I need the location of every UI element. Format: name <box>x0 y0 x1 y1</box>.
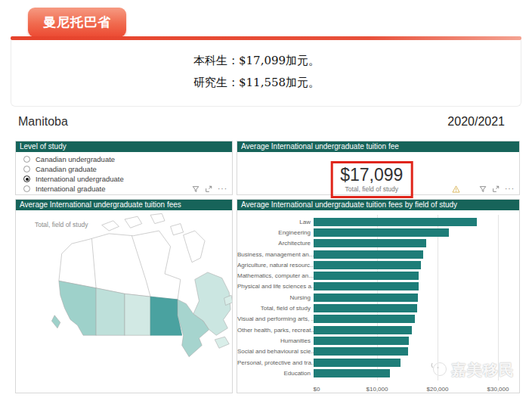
bar-row: Architecture <box>237 238 519 249</box>
bar-chart-panel: Average International undergraduate tuit… <box>237 199 520 393</box>
bar-category-label: Architecture <box>237 240 314 247</box>
bar-track <box>314 218 519 226</box>
bar-row: Nursing <box>237 292 519 303</box>
radio-unselected-icon[interactable] <box>23 166 30 172</box>
bar-row: Personal, protective and tra... <box>237 357 519 368</box>
bar-row: Physical and life sciences a... <box>237 281 519 292</box>
bar-track <box>314 228 519 237</box>
summary-card: 本科生：$17,099加元。 研究生：$11,558加元。 <box>11 40 521 107</box>
bar[interactable] <box>314 326 412 334</box>
radio-option[interactable]: International undergraduate <box>23 174 232 184</box>
bar-row: Agriculture, natural resourc... <box>237 259 519 270</box>
map-region-alberta[interactable] <box>96 288 125 335</box>
radio-option-label: International undergraduate <box>36 175 124 183</box>
bar-row: Mathematics, computer an... <box>237 270 519 281</box>
bar-category-label: Engineering <box>237 229 314 236</box>
filter-icon[interactable] <box>479 185 487 193</box>
x-axis-tick-label: $10,000 <box>360 386 394 393</box>
map-panel: Average International undergraduate tuit… <box>15 199 233 393</box>
bar-track <box>314 282 519 290</box>
bar[interactable] <box>314 315 415 323</box>
map-region-bc[interactable] <box>59 281 96 335</box>
bar-row: Business, management an... <box>237 249 519 259</box>
kpi-value: $17,099 <box>340 165 403 185</box>
bar-track <box>314 239 519 247</box>
bar-rows: LawEngineeringArchitectureBusiness, mana… <box>237 216 519 378</box>
more-options-icon[interactable]: ··· <box>218 187 227 191</box>
map-region-manitoba[interactable] <box>150 297 182 335</box>
bar-chart-plot: LawEngineeringArchitectureBusiness, mana… <box>237 212 519 393</box>
bar[interactable] <box>314 294 418 302</box>
x-axis-tick-label: $20,000 <box>421 386 454 393</box>
bar-track <box>314 261 519 269</box>
more-options-icon[interactable]: ··· <box>505 187 515 191</box>
bar[interactable] <box>314 282 419 290</box>
bar-track <box>314 272 519 280</box>
radio-option-label: International graduate <box>36 185 105 193</box>
bar[interactable] <box>314 250 423 259</box>
map-region-saskatchewan[interactable] <box>125 294 150 335</box>
focus-mode-icon[interactable] <box>492 185 500 193</box>
bar-track <box>314 315 519 323</box>
bar-category-label: Business, management an... <box>237 251 314 258</box>
bar-row: Total, field of study <box>237 303 519 313</box>
bar-category-label: Nursing <box>237 294 314 301</box>
level-of-study-header: Level of study <box>16 141 232 152</box>
bar[interactable] <box>314 239 426 247</box>
level-of-study-panel: Level of study Canadian undergraduateCan… <box>15 141 233 195</box>
bar-category-label: Humanities <box>237 337 314 344</box>
bar[interactable] <box>314 228 449 237</box>
bar-category-label: Mathematics, computer an... <box>237 272 314 279</box>
warning-icon[interactable] <box>452 185 460 193</box>
radio-unselected-icon[interactable] <box>23 156 30 163</box>
bar[interactable] <box>314 261 421 269</box>
kpi-highlight-box: $17,099 Total, field of study <box>330 161 413 198</box>
dashboard-title: Manitoba <box>18 115 68 129</box>
visual-toolbar: ··· <box>452 185 515 193</box>
bar[interactable] <box>314 304 417 312</box>
radio-option-label: Canadian graduate <box>36 165 97 173</box>
dashboard-period: 2020/2021 <box>447 115 505 129</box>
bar-track <box>314 250 519 259</box>
bar-chart-header: Average International undergraduate tuit… <box>237 200 519 210</box>
bar-category-label: Physical and life sciences a... <box>237 283 314 290</box>
bar[interactable] <box>314 272 419 280</box>
bar-track <box>314 294 519 302</box>
bar-category-label: Personal, protective and tra... <box>237 359 314 366</box>
bar[interactable] <box>314 337 409 345</box>
filter-icon[interactable] <box>192 185 200 193</box>
bar[interactable] <box>314 359 401 367</box>
bar-row: Visual and performing arts, ... <box>237 314 519 325</box>
bar-row: Humanities <box>237 335 519 346</box>
bar-category-label: Education <box>237 370 314 377</box>
bar-track <box>314 359 519 367</box>
canada-choropleth-map <box>17 209 232 389</box>
bar[interactable] <box>314 218 477 226</box>
radio-option[interactable]: Canadian graduate <box>23 164 232 174</box>
bar-category-label: Other health, parks, recreat... <box>237 327 314 334</box>
bar-track <box>314 369 519 377</box>
bar-row: Education <box>237 368 519 378</box>
kpi-panel-header: Average International undergraduate tuit… <box>237 141 519 152</box>
bar[interactable] <box>314 369 390 377</box>
radio-option-label: Canadian undergraduate <box>36 155 115 163</box>
map-region-maritimes[interactable] <box>215 337 229 348</box>
x-axis-tick-label: $30,000 <box>481 386 515 393</box>
radio-selected-icon[interactable] <box>23 175 30 182</box>
visual-toolbar: ··· <box>192 185 227 193</box>
bar-track <box>314 337 519 345</box>
bar-track <box>314 347 519 356</box>
radio-option[interactable]: Canadian undergraduate <box>23 154 232 164</box>
kpi-caption: Total, field of study <box>340 185 403 193</box>
x-axis-tick-label: $0 <box>300 386 333 393</box>
bar-row: Social and behavioural scie... <box>237 346 519 357</box>
bar-row: Law <box>237 216 519 227</box>
radio-unselected-icon[interactable] <box>23 185 30 192</box>
bar-category-label: Law <box>237 219 314 225</box>
bar-category-label: Agriculture, natural resourc... <box>237 262 314 269</box>
bar-category-label: Social and behavioural scie... <box>237 348 314 355</box>
focus-mode-icon[interactable] <box>205 185 212 193</box>
page: 曼尼托巴省 本科生：$17,099加元。 研究生：$11,558加元。 Mani… <box>0 0 532 410</box>
bar-track <box>314 304 519 312</box>
bar[interactable] <box>314 347 408 356</box>
